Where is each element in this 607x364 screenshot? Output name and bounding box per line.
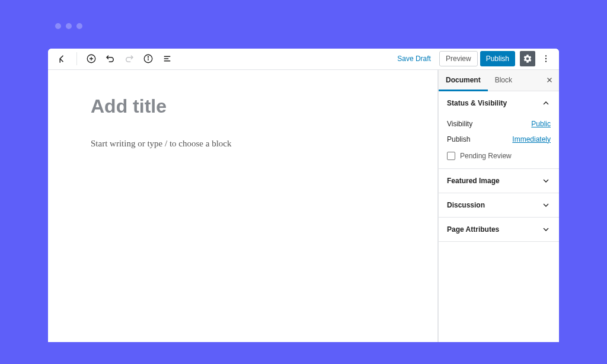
body-input-placeholder[interactable]: Start writing or type / to choose a bloc…	[91, 139, 395, 149]
svg-point-10	[545, 55, 547, 56]
info-icon[interactable]	[140, 50, 156, 67]
undo-icon[interactable]	[102, 50, 119, 67]
add-block-icon[interactable]	[83, 50, 100, 67]
window-traffic-lights	[55, 23, 82, 29]
editor-window: Save Draft Preview Publish Add title Sta…	[48, 49, 559, 342]
publish-label: Publish	[447, 135, 470, 143]
pending-review-checkbox[interactable]	[447, 152, 455, 160]
panel-status-header[interactable]: Status & Visibility	[439, 91, 559, 115]
panel-featured-image-header[interactable]: Featured Image	[439, 169, 559, 193]
settings-sidebar: Document Block Status & Visibility	[438, 70, 559, 342]
tab-block[interactable]: Block	[488, 70, 519, 91]
visibility-label: Visibility	[447, 120, 472, 128]
panel-title: Page Attributes	[447, 225, 499, 234]
more-options-icon[interactable]	[538, 50, 554, 67]
back-icon[interactable]	[54, 50, 71, 67]
publish-button[interactable]: Publish	[480, 51, 515, 66]
settings-gear-icon[interactable]	[520, 51, 535, 66]
svg-point-12	[545, 61, 547, 62]
preview-button[interactable]: Preview	[439, 51, 478, 66]
chevron-down-icon	[541, 225, 551, 234]
panel-page-attributes-header[interactable]: Page Attributes	[439, 218, 559, 241]
panel-status-visibility: Status & Visibility Visibility Public Pu…	[439, 91, 559, 169]
tab-document[interactable]: Document	[439, 70, 488, 91]
redo-icon	[121, 50, 138, 67]
publish-value-link[interactable]: Immediately	[512, 135, 551, 143]
save-draft-button[interactable]: Save Draft	[391, 51, 437, 66]
chevron-down-icon	[541, 176, 551, 186]
close-sidebar-icon[interactable]	[540, 76, 559, 84]
pending-review-label: Pending Review	[460, 152, 512, 160]
svg-point-6	[148, 56, 148, 57]
chevron-down-icon	[541, 200, 551, 210]
top-toolbar: Save Draft Preview Publish	[48, 49, 559, 70]
outline-icon[interactable]	[159, 50, 175, 67]
panel-title: Status & Visibility	[447, 99, 507, 107]
visibility-value-link[interactable]: Public	[531, 120, 551, 128]
svg-point-11	[545, 58, 547, 59]
panel-title: Featured Image	[447, 177, 500, 185]
editor-canvas[interactable]: Add title Start writing or type / to cho…	[48, 70, 438, 342]
panel-discussion-header[interactable]: Discussion	[439, 193, 559, 217]
panel-title: Discussion	[447, 201, 485, 209]
title-input-placeholder[interactable]: Add title	[91, 95, 395, 117]
chevron-up-icon	[541, 98, 551, 108]
